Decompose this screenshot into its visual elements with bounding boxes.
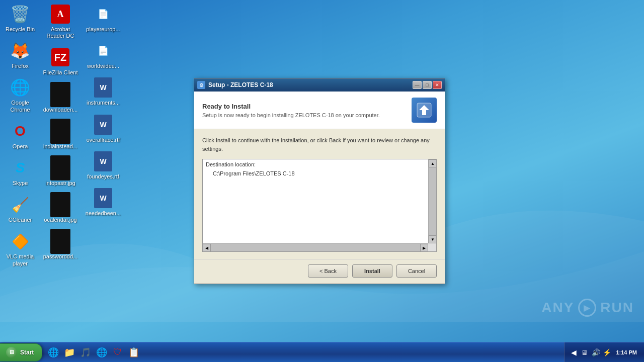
taskbar-explorer-icon[interactable]: 📁 <box>62 345 76 359</box>
overallrace-icon: W <box>93 115 113 135</box>
destination-location-label: Destination location: <box>203 159 436 169</box>
system-clock: 1:14 PM <box>613 349 640 355</box>
icon-indiainstead[interactable]: indiainstead... <box>40 117 80 154</box>
firefox-icon: 🦊 <box>10 41 30 61</box>
desktop-col3: 📄 playereurop... 📄 worldwideu... W instr… <box>80 0 126 221</box>
opera-icon: O <box>10 121 30 141</box>
dialog-ready-title: Ready to Install <box>202 103 380 110</box>
dialog-header-content: Ready to Install Setup is now ready to b… <box>202 103 380 118</box>
taskbar: ⊞ Start 🌐 📁 🎵 🌐 🛡 📋 ◀ 🖥 🔊 ⚡ 1:14 PM <box>0 342 644 362</box>
skype-label: Skype <box>13 180 28 187</box>
playereurop-label: playereurop... <box>86 26 120 33</box>
taskbar-antivirus-icon[interactable]: 🛡 <box>111 345 125 359</box>
ocalendar-label: ocalendar.jpg <box>44 217 76 223</box>
dialog-title-icon: ⚙ <box>197 81 205 89</box>
icon-neededbeen[interactable]: W neededbeen... <box>80 184 126 221</box>
firefox-label: Firefox <box>12 63 29 69</box>
scrollbar-corner <box>428 243 436 251</box>
dialog-header-icon <box>412 98 437 123</box>
icon-passworddd[interactable]: passworddd... <box>40 227 80 264</box>
instruments-icon: W <box>93 77 113 98</box>
minimize-button[interactable]: — <box>413 81 422 89</box>
neededbeen-label: neededbeen... <box>86 210 121 217</box>
chrome-label: Google Chrome <box>2 100 38 113</box>
start-button[interactable]: ⊞ Start <box>0 343 42 361</box>
instruments-label: instruments... <box>87 100 120 106</box>
tray-volume-icon[interactable]: 🔊 <box>591 347 601 357</box>
dialog-body: Click Install to continue with the insta… <box>194 129 445 259</box>
taskbar-ie-icon[interactable]: 🌐 <box>46 345 60 359</box>
filezilla-icon: FZ <box>50 47 70 67</box>
cancel-button[interactable]: Cancel <box>396 264 437 278</box>
dialog-window-controls: — □ ✕ <box>413 81 442 89</box>
icon-foundeyes[interactable]: W foundeyes.rtf <box>80 147 126 184</box>
indiainstead-label: indiainstead... <box>43 143 77 150</box>
icon-firefox[interactable]: 🦊 Firefox <box>0 37 40 73</box>
icon-skype[interactable]: S Skype <box>0 154 40 191</box>
icon-vlc[interactable]: 🔶 VLC media player <box>0 227 40 270</box>
horizontal-scrollbar[interactable]: ◀ ▶ <box>203 243 428 251</box>
install-icon-svg <box>415 101 433 119</box>
icon-chrome[interactable]: 🌐 Google Chrome <box>0 73 40 117</box>
desktop-col2: A Acrobat Reader DC FZ FileZilla Client … <box>40 0 80 264</box>
recycle-bin-label: Recycle Bin <box>6 26 35 33</box>
tray-network-icon[interactable]: 🖥 <box>580 347 590 357</box>
vertical-scrollbar[interactable]: ▲ ▼ <box>428 159 436 243</box>
icon-playereurop[interactable]: 📄 playereurop... <box>80 0 126 37</box>
passworddd-icon <box>50 231 70 251</box>
worldwideu-label: worldwideu... <box>87 63 119 69</box>
close-button[interactable]: ✕ <box>433 81 442 89</box>
icon-downloaden[interactable]: downloaden... <box>40 80 80 117</box>
icon-recycle-bin[interactable]: 🗑️ Recycle Bin <box>0 0 40 37</box>
icon-acrobat[interactable]: A Acrobat Reader DC <box>40 0 80 43</box>
ccleaner-label: CCleaner <box>9 217 32 223</box>
icon-worldwideu[interactable]: 📄 worldwideu... <box>80 37 126 73</box>
downloaden-label: downloaden... <box>43 107 78 113</box>
tray-battery-icon[interactable]: ⚡ <box>602 347 612 357</box>
vlc-label: VLC media player <box>2 253 38 266</box>
skype-icon: S <box>10 158 30 178</box>
scroll-thumb-horizontal[interactable] <box>211 244 420 251</box>
install-button[interactable]: Install <box>352 264 392 278</box>
icon-overallrace[interactable]: W overallrace.rtf <box>80 111 126 147</box>
icon-filezilla[interactable]: FZ FileZilla Client <box>40 43 80 80</box>
clock-time: 1:14 PM <box>616 349 637 355</box>
restore-button[interactable]: □ <box>423 81 432 89</box>
icon-ocalendar[interactable]: ocalendar.jpg <box>40 191 80 227</box>
dialog-ready-subtitle: Setup is now ready to begin installing Z… <box>202 112 380 118</box>
dialog-footer: < Back Install Cancel <box>194 259 445 284</box>
scroll-left-arrow[interactable]: ◀ <box>203 244 211 252</box>
overallrace-label: overallrace.rtf <box>87 137 120 143</box>
acrobat-icon: A <box>50 4 70 24</box>
icon-opera[interactable]: O Opera <box>0 117 40 154</box>
start-label: Start <box>20 349 34 356</box>
icon-intopastr[interactable]: intopastr.jpg <box>40 154 80 191</box>
dialog-titlebar: ⚙ Setup - ZELOTES C-18 — □ ✕ <box>194 78 445 92</box>
passworddd-label: passworddd... <box>43 253 77 260</box>
tray-arrow-icon[interactable]: ◀ <box>569 347 579 357</box>
scroll-down-arrow[interactable]: ▼ <box>429 235 437 243</box>
taskbar-chrome-icon[interactable]: 🌐 <box>95 345 109 359</box>
setup-dialog: ⚙ Setup - ZELOTES C-18 — □ ✕ Ready to In… <box>194 78 445 284</box>
back-button[interactable]: < Back <box>308 264 348 278</box>
indiainstead-icon <box>50 121 70 141</box>
taskbar-extra-icon[interactable]: 📋 <box>127 345 141 359</box>
scroll-right-arrow[interactable]: ▶ <box>420 244 428 252</box>
anyrun-watermark: ANY ▶ RUN <box>541 299 634 317</box>
icon-ccleaner[interactable]: 🧹 CCleaner <box>0 191 40 227</box>
scroll-up-arrow[interactable]: ▲ <box>429 159 437 167</box>
watermark-run: RUN <box>600 300 634 316</box>
chrome-icon: 🌐 <box>10 77 30 98</box>
ocalendar-icon <box>50 195 70 215</box>
intopastr-label: intopastr.jpg <box>45 180 75 187</box>
desktop: 🗑️ Recycle Bin 🦊 Firefox 🌐 Google Chrome… <box>0 0 644 342</box>
icon-instruments[interactable]: W instruments... <box>80 73 126 110</box>
system-tray: ◀ 🖥 🔊 ⚡ 1:14 PM <box>564 342 644 362</box>
dialog-header: Ready to Install Setup is now ready to b… <box>194 92 445 129</box>
neededbeen-icon: W <box>93 188 113 208</box>
opera-label: Opera <box>13 143 28 150</box>
scroll-thumb-vertical[interactable] <box>429 167 436 235</box>
taskbar-pinned-icons: 🌐 📁 🎵 🌐 🛡 📋 <box>42 345 145 359</box>
destination-path-value: C:\Program Files\ZELOTES C-18 <box>203 169 436 177</box>
taskbar-media-icon[interactable]: 🎵 <box>78 345 93 359</box>
